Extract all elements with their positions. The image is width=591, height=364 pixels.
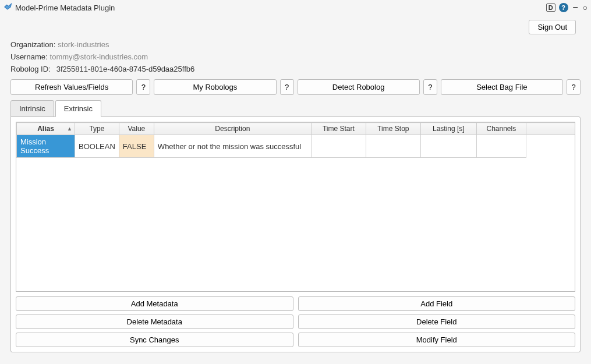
detect-robolog-button[interactable]: Detect Robolog	[298, 79, 420, 95]
metadata-buttons-col: Add Metadata Delete Metadata Sync Change…	[16, 296, 293, 347]
cell-lasting[interactable]	[420, 135, 476, 158]
sort-asc-icon: ▲	[67, 126, 72, 132]
col-time-stop[interactable]: Time Stop	[366, 123, 420, 135]
modify-field-button[interactable]: Modify Field	[298, 333, 576, 347]
my-robologs-button[interactable]: My Robologs	[154, 79, 276, 95]
table-row[interactable]: Mission Success BOOLEAN FALSE Whether or…	[17, 135, 575, 158]
select-bag-button[interactable]: Select Bag File	[441, 79, 563, 95]
cell-channels[interactable]	[476, 135, 526, 158]
sign-out-button[interactable]: Sign Out	[529, 20, 576, 34]
help-icon[interactable]: ?	[559, 3, 568, 12]
app-icon	[3, 2, 13, 13]
cell-value[interactable]: FALSE	[119, 135, 154, 158]
col-description[interactable]: Description	[154, 123, 311, 135]
delete-field-button[interactable]: Delete Field	[298, 314, 576, 329]
col-lasting[interactable]: Lasting [s]	[420, 123, 476, 135]
robolog-value: 3f255811-801e-460a-8745-d59daa25ffb6	[56, 65, 195, 73]
cell-alias[interactable]: Mission Success	[17, 135, 75, 158]
field-buttons-col: Add Field Delete Field Modify Field	[298, 296, 576, 347]
metadata-table: Alias ▲ Type Value Description Time Star…	[16, 122, 575, 158]
cell-description[interactable]: Whether or not the mission was successfu…	[154, 135, 311, 158]
col-extra	[526, 123, 575, 135]
cell-time-start[interactable]	[311, 135, 366, 158]
app-title: Model-Prime Metadata Plugin	[15, 3, 115, 12]
user-value: tommy@stork-industries.com	[50, 52, 148, 61]
tab-panel-extrinsic: Alias ▲ Type Value Description Time Star…	[10, 116, 581, 352]
col-alias[interactable]: Alias ▲	[17, 123, 75, 135]
tab-extrinsic[interactable]: Extrinsic	[55, 100, 101, 117]
metadata-table-container: Alias ▲ Type Value Description Time Star…	[16, 122, 575, 292]
cell-extra	[526, 135, 575, 158]
refresh-button[interactable]: Refresh Values/Fields	[10, 79, 133, 95]
col-value[interactable]: Value	[119, 123, 154, 135]
robolog-row: Robolog ID: 3f255811-801e-460a-8745-d59d…	[10, 65, 581, 73]
title-bar-right: D ? – ○	[546, 2, 588, 13]
minimize-icon[interactable]: –	[572, 2, 579, 13]
my-robologs-help-button[interactable]: ?	[280, 79, 294, 95]
org-value: stork-industries	[58, 40, 109, 49]
robolog-label: Robolog ID:	[10, 65, 51, 73]
delete-metadata-button[interactable]: Delete Metadata	[16, 314, 293, 329]
window-control-icon[interactable]: ○	[583, 3, 588, 12]
select-bag-help-button[interactable]: ?	[567, 79, 581, 95]
signout-row: Sign Out	[0, 15, 591, 34]
org-row: Organization: stork-industries	[10, 40, 581, 49]
col-alias-label: Alias	[37, 125, 54, 133]
sync-changes-button[interactable]: Sync Changes	[16, 333, 293, 347]
tab-intrinsic[interactable]: Intrinsic	[10, 100, 54, 117]
cell-type[interactable]: BOOLEAN	[75, 135, 119, 158]
action-button-row: Refresh Values/Fields ? My Robologs ? De…	[10, 79, 581, 95]
cell-time-stop[interactable]	[366, 135, 420, 158]
title-bar-left: Model-Prime Metadata Plugin	[3, 2, 115, 13]
col-type[interactable]: Type	[75, 123, 119, 135]
col-time-start[interactable]: Time Start	[311, 123, 366, 135]
refresh-help-button[interactable]: ?	[136, 79, 150, 95]
user-label: Username:	[10, 52, 48, 61]
add-metadata-button[interactable]: Add Metadata	[16, 296, 293, 311]
user-row: Username: tommy@stork-industries.com	[10, 52, 581, 61]
d-badge-icon[interactable]: D	[546, 3, 555, 12]
col-channels[interactable]: Channels	[476, 123, 526, 135]
detect-help-button[interactable]: ?	[423, 79, 437, 95]
tab-strip: Intrinsic Extrinsic	[10, 100, 581, 116]
table-header-row: Alias ▲ Type Value Description Time Star…	[17, 123, 575, 135]
main-content: Organization: stork-industries Username:…	[0, 34, 591, 358]
org-label: Organization:	[10, 40, 55, 49]
bottom-button-row: Add Metadata Delete Metadata Sync Change…	[16, 296, 575, 347]
add-field-button[interactable]: Add Field	[298, 296, 576, 311]
title-bar: Model-Prime Metadata Plugin D ? – ○	[0, 0, 591, 15]
